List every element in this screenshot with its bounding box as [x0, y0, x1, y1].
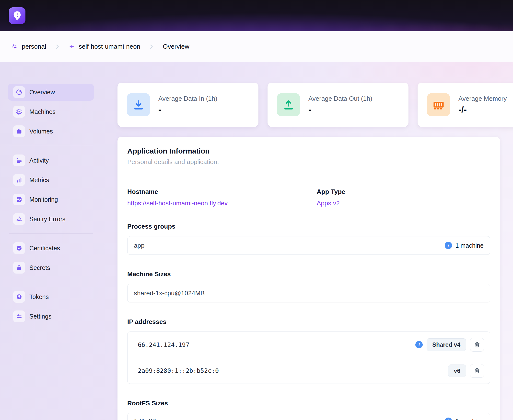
sidebar-item-sentry-errors[interactable]: Sentry Errors — [8, 210, 94, 228]
ip-address: 2a09:8280:1::2b:b52c:0 — [138, 367, 219, 374]
rootfs-size-value: 171 MB — [134, 418, 156, 420]
upload-icon — [277, 93, 300, 116]
application-information-card: Application Information Personal details… — [117, 137, 500, 420]
sidebar-item-label: Tokens — [29, 293, 49, 300]
info-icon[interactable]: i — [445, 242, 452, 249]
sidebar: Overview Machines Volumes Activity — [8, 84, 94, 327]
lock-icon — [13, 262, 25, 274]
toggles-icon — [13, 310, 25, 322]
sidebar-item-label: Overview — [29, 89, 55, 96]
bar-chart-icon — [13, 174, 25, 186]
sidebar-item-machines[interactable]: Machines — [8, 103, 94, 120]
stat-label: Average Data Out (1h) — [308, 95, 372, 102]
hostname-link[interactable]: https://self-host-umami-neon.fly.dev — [127, 199, 228, 207]
delete-ip-button[interactable] — [470, 338, 484, 352]
sidebar-item-monitoring[interactable]: Monitoring — [8, 191, 94, 208]
main-area: Overview Machines Volumes Activity — [0, 62, 513, 420]
delete-ip-button[interactable] — [470, 364, 484, 378]
process-group-name: app — [134, 242, 144, 249]
stat-label: Average Memory — [458, 95, 507, 102]
sidebar-item-label: Volumes — [29, 128, 53, 135]
page-name: Overview — [163, 43, 189, 50]
machine-count-chip: i 1 machine — [445, 418, 484, 420]
key-icon — [13, 291, 25, 303]
stat-value: -/- — [458, 104, 507, 115]
activity-icon — [13, 155, 25, 166]
ip-badge: v6 — [448, 365, 466, 377]
machine-count: 1 machine — [455, 242, 484, 249]
ip-row: 2a09:8280:1::2b:b52c:0 v6 — [128, 358, 490, 384]
process-group-row: app i 1 machine — [127, 236, 490, 255]
download-icon — [127, 93, 150, 116]
sidebar-divider — [9, 282, 93, 282]
sparkle-icon — [69, 44, 75, 50]
machine-sizes-label: Machine Sizes — [127, 270, 490, 278]
hostname-field: Hostname https://self-host-umami-neon.fl… — [127, 188, 317, 207]
pulse-icon — [13, 194, 25, 205]
content-area: Average Data In (1h) - Average Data Out … — [117, 83, 513, 420]
breadcrumb-org[interactable]: personal — [11, 43, 46, 50]
sidebar-item-metrics[interactable]: Metrics — [8, 171, 94, 188]
app-name: self-host-umami-neon — [79, 43, 140, 50]
pie-chart-icon — [13, 86, 25, 98]
card-subtitle: Personal details and application. — [127, 158, 490, 166]
sidebar-item-volumes[interactable]: Volumes — [8, 123, 94, 140]
sidebar-item-label: Sentry Errors — [29, 216, 65, 223]
sidebar-item-tokens[interactable]: Tokens — [8, 288, 94, 305]
process-groups-label: Process groups — [127, 223, 490, 230]
sidebar-item-label: Activity — [29, 157, 49, 164]
app-type-field: App Type Apps v2 — [317, 188, 490, 207]
app-type-label: App Type — [317, 188, 490, 196]
sidebar-item-secrets[interactable]: Secrets — [8, 259, 94, 276]
hostname-apptype-row: Hostname https://self-host-umami-neon.fl… — [127, 188, 490, 207]
card-body: Hostname https://self-host-umami-neon.fl… — [117, 177, 500, 420]
breadcrumb-app[interactable]: self-host-umami-neon — [69, 43, 140, 50]
sentry-icon — [13, 213, 25, 225]
machine-count: 1 machine — [455, 418, 484, 420]
fly-logo[interactable] — [9, 7, 25, 24]
card-head: Application Information Personal details… — [117, 137, 500, 177]
sidebar-item-label: Settings — [29, 313, 51, 320]
sidebar-divider — [9, 233, 93, 234]
org-name: personal — [22, 43, 46, 50]
top-navbar — [0, 0, 513, 31]
info-icon[interactable]: i — [415, 341, 423, 348]
sidebar-item-certificates[interactable]: Certificates — [8, 240, 94, 257]
stat-card-data-in: Average Data In (1h) - — [117, 83, 258, 127]
stats-row: Average Data In (1h) - Average Data Out … — [117, 83, 513, 127]
trash-icon — [474, 367, 480, 374]
briefcase-icon — [13, 125, 25, 137]
sidebar-item-overview[interactable]: Overview — [8, 84, 94, 101]
stat-value: - — [308, 104, 372, 115]
app-type-link[interactable]: Apps v2 — [317, 199, 340, 207]
sidebar-item-label: Metrics — [29, 177, 49, 184]
card-title: Application Information — [127, 147, 490, 155]
ip-row: 66.241.124.197 i Shared v4 — [128, 332, 490, 358]
sidebar-item-label: Machines — [29, 108, 56, 115]
breadcrumb-page: Overview — [163, 43, 189, 50]
ip-addresses-label: IP addresses — [127, 318, 490, 326]
hostname-label: Hostname — [127, 188, 317, 196]
badge-check-icon — [13, 242, 25, 254]
breadcrumb: personal self-host-umami-neon Overview — [0, 31, 513, 62]
stat-card-data-out: Average Data Out (1h) - — [268, 83, 408, 127]
stat-card-memory: Average Memory -/- — [418, 83, 513, 127]
ip-row-actions: i Shared v4 — [415, 338, 484, 352]
breadcrumb-chevron-icon — [148, 43, 155, 50]
machine-size-row: shared-1x-cpu@1024MB — [127, 284, 490, 302]
memory-icon — [427, 93, 450, 116]
sidebar-item-label: Certificates — [29, 245, 60, 252]
stat-label: Average Data In (1h) — [158, 95, 217, 102]
sidebar-item-settings[interactable]: Settings — [8, 308, 94, 325]
machine-count-chip: i 1 machine — [445, 242, 484, 249]
ip-address: 66.241.124.197 — [138, 341, 189, 348]
trash-icon — [474, 342, 480, 348]
balloon-icon — [12, 10, 23, 21]
ip-addresses-box: 66.241.124.197 i Shared v4 2a09:8280:1::… — [127, 332, 490, 384]
machine-size-value: shared-1x-cpu@1024MB — [134, 289, 205, 297]
rootfs-sizes-label: RootFS Sizes — [127, 399, 490, 407]
sidebar-item-activity[interactable]: Activity — [8, 152, 94, 169]
info-icon[interactable]: i — [445, 418, 452, 420]
cpu-icon — [13, 106, 25, 118]
ip-badge: Shared v4 — [427, 338, 466, 351]
